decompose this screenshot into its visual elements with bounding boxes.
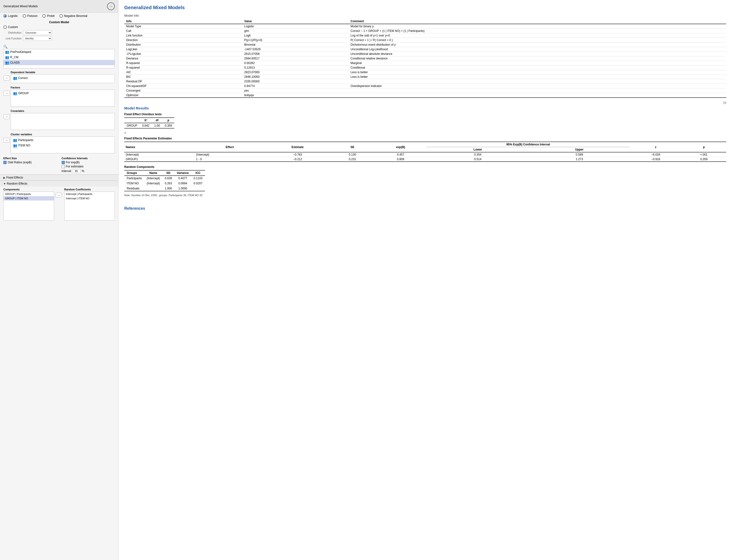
report-title: Generalized Mixed Models [124, 5, 726, 10]
cluster-item-participants-label: Participants [18, 138, 33, 142]
table-row: Convergedyes [124, 88, 726, 93]
left-panel: Generalized Mixed Models → Logistic Pois… [0, 0, 118, 560]
link-function-row: Link Function Identity Logit Log [3, 36, 115, 41]
factors-box: 👥 GROUP [11, 90, 115, 107]
random-coeff-item-participants[interactable]: Intercept | Participants [65, 192, 115, 196]
table-row: Model TypeLogisticModel for binary y [124, 24, 726, 29]
radio-probit[interactable]: Probit [42, 14, 54, 18]
distribution-select[interactable]: Gaussian Binomial Poisson [23, 30, 52, 35]
dep-var-label: Dependent Variable [11, 71, 115, 74]
dep-var-box: 👥 Correct [11, 74, 115, 83]
random-effects-arrow: ▼ [3, 182, 6, 185]
rand-col-variance: Variance [174, 170, 191, 176]
effect-size-title: Effect Size [3, 157, 57, 160]
dependent-variable-section: → Dependent Variable 👥 Correct [0, 70, 118, 85]
param-col-z: z [630, 142, 681, 152]
table-row: Participants (Intercept) 0.639 0.4077 0.… [124, 176, 205, 181]
random-components-table: Groups Name SD Variance ICC Participants… [124, 170, 205, 191]
distribution-label: Distribution [3, 31, 22, 34]
components-section: Components GROUP | Participants GROUP | … [0, 187, 118, 222]
var-item-class[interactable]: 👥 CLASS [4, 60, 115, 65]
var-item-rcm[interactable]: 👥 R_CM [4, 55, 115, 60]
rand-col-sd: SD [162, 170, 174, 176]
random-coefficients-list: Intercept | Participants Intercept | ITE… [64, 192, 115, 221]
omnibus-title: Fixed Effect Omnibus tests [124, 113, 726, 116]
for-estimates-row: For estimates [62, 165, 115, 168]
param-estimates-table: Names Effect Estimate SE exp(B) 95% Exp(… [124, 142, 726, 162]
var-label-class: CLASS [10, 61, 20, 64]
navigate-button[interactable]: → [107, 2, 115, 10]
odd-ratios-checkbox[interactable]: ✓ [3, 161, 7, 164]
cluster-item-participants[interactable]: 👥 Participants [12, 137, 114, 143]
fixed-effects-header[interactable]: ▶ Fixed Effects [0, 175, 118, 180]
random-effects-section: ▼ Random Effects [0, 180, 118, 187]
param-col-p: p [681, 142, 726, 152]
effect-size-col: Effect Size ✓ Odd Ratios (expB) [3, 157, 57, 173]
interval-input[interactable] [72, 169, 81, 173]
var-item-prepostdelayed[interactable]: 👥 PrePostDelayed [4, 49, 115, 55]
radio-probit-circle [42, 14, 46, 18]
custom-model-title: Custom Model [3, 21, 115, 24]
covariates-arrow-button[interactable]: → [3, 114, 10, 119]
fixed-effects-label: Fixed Effects [6, 176, 23, 179]
random-coefficients-title: Random Coefficients [64, 188, 115, 191]
table-row: DirectionP(y=1)/P(y=0)P( Correct = 1 ) /… [124, 38, 726, 43]
random-effects-label: Random Effects [7, 182, 27, 185]
radio-neg-binomial-label: Negative Binomial [64, 14, 87, 18]
radio-probit-label: Probit [47, 14, 54, 18]
model-info-table: Info Value Comment Model TypeLogisticMod… [124, 19, 726, 98]
dep-var-arrow-button[interactable]: → [3, 76, 10, 80]
factors-item-group[interactable]: 👥 GROUP [12, 91, 114, 96]
table-row: R-squared0.12913Conditional [124, 65, 726, 70]
param-col-names: Names [124, 142, 195, 152]
model-info-heading: Model Info [124, 14, 726, 17]
cluster-label: Cluster variables [11, 133, 115, 136]
dep-var-value: Correct [18, 76, 28, 80]
var-icon-prepostdelayed: 👥 [5, 50, 9, 54]
odd-ratios-row: ✓ Odd Ratios (expB) [3, 161, 57, 164]
rand-col-name: Name [144, 170, 162, 176]
rand-col-icc: ICC [191, 170, 205, 176]
factors-arrow-button[interactable]: → [3, 91, 10, 96]
random-effects-header[interactable]: ▼ Random Effects [0, 181, 118, 187]
for-estimates-checkbox[interactable] [62, 165, 65, 168]
col-info: Info [124, 19, 242, 24]
expand-link[interactable]: > [124, 131, 126, 135]
random-coeff-item-itemno[interactable]: Intercept | ITEM NO [65, 196, 115, 201]
omnibus-col-blank [124, 118, 140, 123]
factors-row: → Factors 👥 GROUP [3, 86, 115, 107]
factors-label: Factors [11, 86, 115, 89]
omnibus-col-p: p [162, 118, 174, 123]
right-panel: Generalized Mixed Models Model Info Info… [118, 0, 732, 560]
radio-logistic[interactable]: Logistic [3, 14, 18, 18]
covariates-section: → Covariates [0, 108, 118, 132]
radio-neg-binomial-circle [59, 14, 63, 18]
cluster-box: 👥 Participants 👥 ITEM NO [11, 136, 115, 153]
fixed-effects-arrow: ▶ [3, 176, 5, 179]
variables-area: 🔍 👥 PrePostDelayed 👥 R_CM 👥 CLASS [0, 43, 118, 70]
link-function-select[interactable]: Identity Logit Log [23, 36, 52, 41]
cluster-arrow-button[interactable]: → [3, 138, 10, 143]
table-row: CallglmCorrect ~ 1 + GROUP + (1 | ITEM N… [124, 29, 726, 33]
random-coefficients-col: Random Coefficients Intercept | Particip… [64, 188, 115, 221]
radio-poisson-circle [23, 14, 26, 18]
omnibus-table: X² df p GROUP 0.842 1.00 0.359 [124, 117, 174, 129]
cluster-item-itemno[interactable]: 👥 ITEM NO [12, 143, 114, 148]
radio-custom-circle[interactable] [3, 25, 7, 29]
cluster-row: → Cluster variables 👥 Participants 👥 ITE… [3, 133, 115, 153]
var-label-rcm: R_CM [10, 56, 18, 59]
comp-item-group-itemno[interactable]: GROUP | ITEM NO [4, 196, 54, 201]
custom-radio-row: Custom [3, 25, 115, 29]
radio-negative-binomial[interactable]: Negative Binomial [59, 14, 87, 18]
link-function-label: Link Function [3, 37, 22, 40]
for-expB-label: For exp(B) [66, 161, 80, 164]
table-row: ITEM NO (Intercept) 0.263 0.0694 0.0207 [124, 181, 205, 186]
search-button[interactable]: 🔍 [3, 45, 7, 49]
comp-item-group-participants[interactable]: GROUP | Participants [4, 192, 54, 196]
for-expB-checkbox[interactable]: ✓ [62, 161, 65, 164]
covariates-transfer: → [3, 109, 10, 120]
random-coeff-arrow-button[interactable]: → [56, 193, 62, 198]
cluster-transfer: → [3, 133, 10, 144]
dep-var-item[interactable]: 👥 Correct [12, 75, 114, 81]
radio-poisson[interactable]: Poisson [23, 14, 38, 18]
